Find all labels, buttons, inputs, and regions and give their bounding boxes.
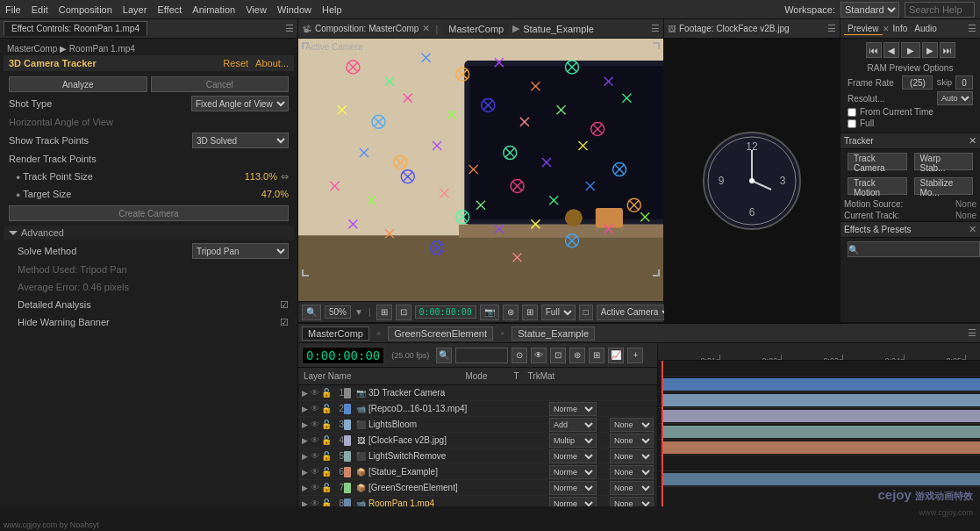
layer-visibility-icon[interactable]: 👁 (311, 404, 321, 413)
layer-visibility-icon[interactable]: 👁 (311, 467, 321, 477)
show-track-dropdown[interactable]: 3D Solved (192, 133, 289, 148)
comp-viewport[interactable]: Active Camera (298, 39, 663, 301)
comp-zoom-dropdown[interactable]: ▼ (354, 307, 363, 317)
timeline-graph-btn[interactable]: 📈 (608, 348, 624, 363)
track-area[interactable] (658, 361, 980, 506)
track-bar[interactable] (662, 394, 980, 406)
layer-name[interactable]: [Statue_Example] (368, 467, 549, 477)
layer-row[interactable]: ▶ 👁 🔓 5 ⬛ LightSwitchRemove Norme None (298, 448, 657, 464)
comp-grid-btn[interactable]: ⊞ (522, 305, 538, 320)
footage-viewport[interactable]: 12 3 6 9 (664, 39, 840, 322)
layer-expand-icon[interactable]: ▶ (302, 484, 311, 492)
shot-type-dropdown[interactable]: Fixed Angle of View (191, 96, 289, 111)
search-input[interactable] (905, 2, 975, 18)
layer-expand-icon[interactable]: ▶ (302, 499, 311, 507)
layer-row[interactable]: ▶ 👁 🔓 1 📷 3D Tracker Camera (298, 385, 657, 401)
layer-trkmat-select[interactable]: None (610, 449, 654, 463)
layer-trkmat-select[interactable]: None (610, 434, 654, 448)
hide-warning-checkbox[interactable]: ☑ (280, 317, 289, 328)
tab-info[interactable]: Info (890, 23, 912, 34)
workspace-dropdown[interactable]: Standard (841, 2, 899, 18)
layer-name[interactable]: 3D Tracker Camera (368, 388, 549, 398)
comp-close-icon[interactable]: ✕ (422, 23, 430, 34)
warp-stab-button[interactable]: Warp Stab... (914, 153, 974, 170)
layer-lock-icon[interactable]: 🔓 (321, 499, 332, 506)
tab-audio[interactable]: Audio (911, 23, 941, 34)
from-current-checkbox[interactable] (848, 108, 856, 117)
tab-preview[interactable]: Preview (844, 23, 883, 35)
layer-visibility-icon[interactable]: 👁 (311, 420, 321, 429)
effects-close-icon[interactable]: ✕ (969, 224, 976, 235)
track-bar[interactable] (662, 441, 980, 454)
panel-menu-icon[interactable]: ☰ (285, 23, 294, 34)
play-button[interactable]: ▶ (901, 42, 920, 58)
target-size-value[interactable]: 47.0% (261, 189, 289, 199)
analyze-button[interactable]: Analyze (9, 76, 147, 92)
about-button[interactable]: About... (255, 58, 289, 68)
first-frame-button[interactable]: ⏮ (866, 42, 882, 58)
layer-lock-icon[interactable]: 🔓 (321, 483, 332, 492)
layer-row[interactable]: ▶ 👁 🔓 4 🖼 [ClockFace v2B.jpg] Multip Non… (298, 433, 657, 448)
menu-view[interactable]: View (246, 4, 267, 15)
resolution-dropdown[interactable]: Auto (937, 91, 973, 105)
timeline-tab-statue[interactable]: Statue_Example (511, 326, 595, 341)
layer-trkmat-select[interactable]: None (610, 481, 654, 495)
layer-row[interactable]: ▶ 👁 🔓 6 📦 [Statue_Example] Norme None (298, 464, 657, 480)
timeline-frame-blend-btn[interactable]: ⊞ (589, 348, 604, 363)
next-frame-button[interactable]: ▶ (922, 42, 938, 58)
layer-row[interactable]: ▶ 👁 🔓 2 📹 [RepcoD...16-01-13.mp4] Norme (298, 401, 657, 417)
timeline-tab-green[interactable]: GreenScreenElement (388, 326, 493, 341)
timeline-search-btn[interactable]: 🔍 (436, 348, 452, 363)
track-bar[interactable] (662, 426, 980, 438)
comp-magnet-btn[interactable]: ⊛ (503, 305, 519, 320)
comp-zoom-value[interactable]: 50% (325, 305, 351, 319)
menu-file[interactable]: File (5, 4, 21, 15)
menu-composition[interactable]: Composition (59, 4, 112, 15)
layer-trkmat-select[interactable]: None (610, 418, 654, 432)
layer-mode-select[interactable]: Add (549, 418, 597, 432)
layer-expand-icon[interactable]: ▶ (302, 389, 311, 398)
layer-row[interactable]: ▶ 👁 🔓 8 📹 RoomPan 1.mp4 Norme None (298, 496, 657, 506)
layer-name[interactable]: [ClockFace v2B.jpg] (368, 435, 549, 445)
frame-rate-input[interactable] (902, 75, 933, 90)
layer-name[interactable]: [RepcoD...16-01-13.mp4] (368, 404, 549, 413)
timeline-solo-btn[interactable]: ⊙ (511, 348, 527, 363)
solve-method-dropdown[interactable]: Tripod Pan (192, 243, 289, 259)
timeline-timecode[interactable]: 0:00:00:00 (302, 347, 384, 364)
playhead[interactable] (662, 361, 663, 506)
footage-menu[interactable]: ☰ (827, 23, 836, 34)
layer-lock-icon[interactable]: 🔓 (321, 467, 332, 477)
layer-name[interactable]: RoomPan 1.mp4 (368, 499, 549, 506)
reset-button[interactable]: Reset (223, 58, 248, 68)
track-bar[interactable] (662, 410, 980, 422)
tab-close-preview[interactable]: ✕ (883, 25, 890, 33)
timeline-shy-btn[interactable]: 👁 (531, 348, 547, 363)
comp-timecode[interactable]: 0:00:00:00 (415, 305, 476, 319)
last-frame-button[interactable]: ⏭ (940, 42, 955, 58)
layer-name[interactable]: LightSwitchRemove (368, 451, 549, 461)
track-size-value[interactable]: 113.0% (245, 171, 277, 182)
stabilize-button[interactable]: Stabilize Mo... (914, 177, 974, 195)
layer-lock-icon[interactable]: 🔓 (321, 420, 332, 429)
track-bar[interactable] (662, 473, 980, 485)
menu-help[interactable]: Help (322, 4, 342, 15)
comp-pixel-btn[interactable]: ⊡ (396, 305, 411, 320)
menu-window[interactable]: Window (277, 4, 311, 15)
effect-controls-tab[interactable]: Effect Controls: RoomPan 1.mp4 (4, 21, 147, 36)
timeline-menu[interactable]: ☰ (968, 327, 976, 339)
track-motion-button[interactable]: Track Motion (848, 177, 907, 195)
comp-view-dropdown[interactable]: Active Camera (597, 305, 674, 320)
timeline-tab-master[interactable]: MasterComp (302, 326, 369, 341)
comp-mask-btn[interactable]: □ (579, 305, 593, 320)
layer-mode-select[interactable]: Norme (549, 449, 597, 463)
layer-visibility-icon[interactable]: 👁 (311, 451, 321, 461)
layer-expand-icon[interactable]: ▶ (302, 420, 311, 429)
prev-frame-button[interactable]: ◀ (883, 42, 899, 58)
layer-mode-select[interactable]: Norme (549, 497, 597, 507)
menu-layer[interactable]: Layer (123, 4, 147, 15)
layer-lock-icon[interactable]: 🔓 (321, 435, 332, 445)
layer-trkmat-select[interactable]: None (610, 465, 654, 479)
cancel-button[interactable]: Cancel (151, 76, 290, 92)
create-camera-button[interactable]: Create Camera (9, 205, 289, 221)
menu-edit[interactable]: Edit (32, 4, 48, 15)
